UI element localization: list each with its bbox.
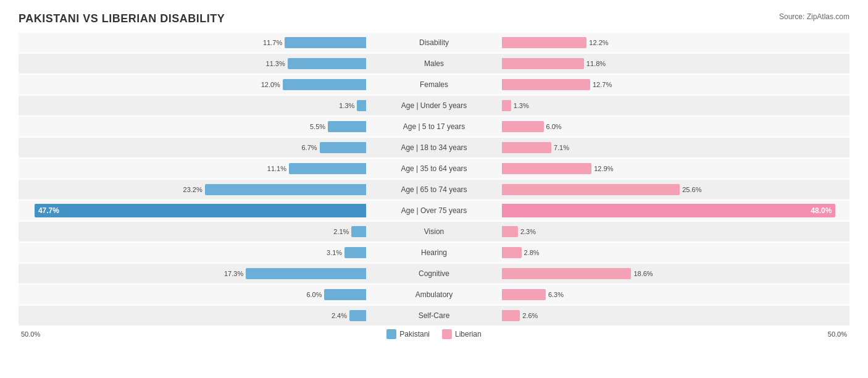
chart-header: PAKISTANI VS LIBERIAN DISABILITY Source:… xyxy=(19,12,849,25)
footer-right-value: 50.0% xyxy=(828,330,847,338)
left-bar xyxy=(349,310,366,321)
right-bar xyxy=(502,226,518,237)
row-label: Age | 18 to 34 years xyxy=(366,143,502,152)
right-value: 2.6% xyxy=(522,312,545,319)
left-bar xyxy=(246,268,366,279)
table-row: 3.1% Hearing 2.8% xyxy=(19,243,849,262)
row-label: Vision xyxy=(366,227,502,236)
left-bar xyxy=(205,184,366,195)
right-bar xyxy=(502,58,584,69)
table-row: 2.4% Self-Care 2.6% xyxy=(19,306,849,326)
right-bar xyxy=(502,247,522,258)
table-row: 1.3% Age | Under 5 years 1.3% xyxy=(19,96,849,116)
row-label: Females xyxy=(366,80,502,89)
right-bar xyxy=(502,142,551,153)
table-row: 6.7% Age | 18 to 34 years 7.1% xyxy=(19,138,849,158)
row-label: Cognitive xyxy=(366,269,502,278)
right-bar xyxy=(502,121,544,132)
right-bar xyxy=(502,163,591,174)
chart-footer: 50.0% Pakistani Liberian 50.0% xyxy=(19,329,849,339)
row-label: Ambulatory xyxy=(366,290,502,299)
right-value: 7.1% xyxy=(554,144,576,151)
right-bar xyxy=(502,79,590,90)
table-row: 23.2% Age | 65 to 74 years 25.6% xyxy=(19,180,849,200)
left-bar xyxy=(328,121,366,132)
row-label: Age | 65 to 74 years xyxy=(366,185,502,194)
left-bar xyxy=(285,37,366,48)
right-value: 1.3% xyxy=(514,102,536,109)
left-value: 23.2% xyxy=(180,186,202,193)
right-value: 12.7% xyxy=(593,81,615,88)
chart-title: PAKISTANI VS LIBERIAN DISABILITY xyxy=(19,12,225,25)
row-label: Hearing xyxy=(366,248,502,257)
right-value: 12.9% xyxy=(594,165,616,172)
row-label: Males xyxy=(366,59,502,68)
right-value: 2.3% xyxy=(520,228,543,235)
right-bar xyxy=(502,184,680,195)
left-value: 6.0% xyxy=(299,291,322,298)
row-label: Disability xyxy=(366,38,502,47)
table-row: 6.0% Ambulatory 6.3% xyxy=(19,285,849,304)
left-value: 17.3% xyxy=(221,270,243,277)
legend: Pakistani Liberian xyxy=(386,329,481,339)
row-label: Age | 5 to 17 years xyxy=(366,122,502,131)
right-bar xyxy=(502,100,511,111)
table-row: 11.3% Males 11.8% xyxy=(19,54,849,74)
legend-liberian: Liberian xyxy=(442,329,482,339)
table-row: 5.5% Age | 5 to 17 years 6.0% xyxy=(19,117,849,136)
left-bar xyxy=(320,142,366,153)
left-value: 11.7% xyxy=(260,39,282,46)
table-row: 11.1% Age | 35 to 64 years 12.9% xyxy=(19,159,849,178)
row-label: Age | Under 5 years xyxy=(366,101,502,110)
left-value: 6.7% xyxy=(295,144,317,151)
right-bar xyxy=(502,310,520,321)
left-bar xyxy=(283,79,366,90)
left-value: 47.7% xyxy=(38,206,59,215)
chart-source: Source: ZipAtlas.com xyxy=(779,12,849,21)
left-value: 11.1% xyxy=(264,165,286,172)
right-value: 6.3% xyxy=(548,291,570,298)
left-bar xyxy=(288,58,366,69)
left-bar xyxy=(351,226,366,237)
row-label: Self-Care xyxy=(366,311,502,320)
pakistani-legend-label: Pakistani xyxy=(399,330,430,338)
liberian-legend-box xyxy=(442,329,452,339)
left-value: 1.3% xyxy=(332,102,354,109)
legend-pakistani: Pakistani xyxy=(386,329,430,339)
left-bar xyxy=(357,100,366,111)
right-value: 2.8% xyxy=(524,249,546,256)
right-bar xyxy=(502,37,586,48)
pakistani-legend-box xyxy=(386,329,396,339)
left-value: 12.0% xyxy=(258,81,280,88)
table-row: 2.1% Vision 2.3% xyxy=(19,222,849,242)
left-bar xyxy=(344,247,366,258)
row-label: Age | Over 75 years xyxy=(366,206,502,215)
right-value: 18.6% xyxy=(633,270,656,277)
table-row: 47.7% Age | Over 75 years 48.0% xyxy=(19,201,849,220)
table-row: 12.0% Females 12.7% xyxy=(19,75,849,94)
right-value: 12.2% xyxy=(589,39,611,46)
left-bar xyxy=(324,289,366,300)
table-row: 17.3% Cognitive 18.6% xyxy=(19,264,849,284)
footer-left-value: 50.0% xyxy=(21,330,40,338)
right-bar xyxy=(502,289,546,300)
left-value: 5.5% xyxy=(303,123,325,130)
right-value: 25.6% xyxy=(682,186,704,193)
liberian-legend-label: Liberian xyxy=(455,330,482,338)
left-value: 2.4% xyxy=(325,312,347,319)
table-row: 11.7% Disability 12.2% xyxy=(19,33,849,52)
left-bar xyxy=(289,163,366,174)
left-value: 3.1% xyxy=(320,249,342,256)
row-label: Age | 35 to 64 years xyxy=(366,164,502,173)
chart-container: PAKISTANI VS LIBERIAN DISABILITY Source:… xyxy=(19,12,849,339)
right-value: 11.8% xyxy=(586,60,609,67)
left-value: 11.3% xyxy=(263,60,285,67)
right-value: 6.0% xyxy=(546,123,569,130)
left-value: 2.1% xyxy=(327,228,349,235)
right-bar xyxy=(502,268,631,279)
chart-body: 11.7% Disability 12.2% xyxy=(19,33,849,326)
right-value: 48.0% xyxy=(811,206,832,215)
